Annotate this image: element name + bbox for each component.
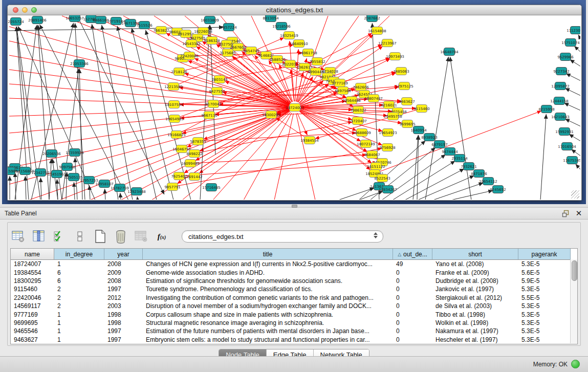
table-cell: 0	[393, 269, 432, 276]
float-panel-icon[interactable]	[561, 209, 570, 217]
network-node[interactable]: 16099489	[181, 160, 200, 167]
network-node[interactable]: 11675345	[563, 157, 580, 164]
table-selector-dropdown[interactable]: citations_edges.txt	[182, 230, 383, 243]
table-row[interactable]: 977716911998Corpus callosum shape and si…	[11, 310, 577, 318]
network-edge	[405, 169, 464, 200]
network-node[interactable]: 19218596	[272, 23, 291, 30]
network-node[interactable]: 20206536	[42, 150, 61, 158]
network-node[interactable]: 18107554	[165, 101, 183, 108]
column-header-out_de[interactable]: △out_de...	[393, 249, 432, 259]
network-window-titlebar[interactable]: citations_edges.txt	[8, 5, 581, 15]
network-node[interactable]: 17016504	[558, 143, 576, 150]
network-node[interactable]: 10653257	[66, 15, 84, 22]
split-divider[interactable]	[0, 204, 588, 208]
table-scrollbar[interactable]	[570, 259, 577, 343]
network-node[interactable]: 2803144	[211, 76, 228, 83]
network-node[interactable]: 7857224	[221, 24, 237, 31]
function-builder-icon[interactable]: f(x)	[154, 229, 169, 244]
network-node[interactable]: 12095872	[551, 82, 570, 90]
row-selector-icon[interactable]	[72, 229, 88, 244]
network-node[interactable]: 9115460	[413, 105, 429, 113]
new-column-icon[interactable]	[93, 229, 108, 244]
network-node[interactable]: 9857791	[164, 183, 180, 191]
network-node[interactable]: 16154808	[368, 27, 386, 35]
network-node[interactable]: 1640954	[410, 126, 427, 134]
column-header-name[interactable]: name	[11, 249, 54, 259]
network-node[interactable]: 2087682	[364, 15, 380, 22]
network-node[interactable]: 7515526	[136, 21, 153, 29]
node-label: 12095872	[551, 84, 570, 89]
table-row[interactable]: 946554611997Estimation of the future num…	[11, 327, 577, 335]
network-node[interactable]: 2718126	[171, 68, 187, 76]
close-panel-icon[interactable]: ✕	[575, 209, 583, 217]
network-canvas[interactable]: 1872400776638229860128891295418226058942…	[8, 15, 580, 200]
network-node[interactable]: 16640910	[290, 40, 308, 48]
column-header-year[interactable]: year	[104, 249, 143, 259]
network-node[interactable]: 19654983	[165, 115, 184, 123]
table-row[interactable]: 1872400712008Changes of HCN gene express…	[11, 260, 577, 268]
network-node[interactable]: 16210643	[551, 113, 570, 121]
network-node[interactable]: 16648784	[440, 48, 459, 56]
node-label: 1362615	[296, 65, 312, 70]
network-node[interactable]: 9245652	[490, 186, 506, 193]
network-node[interactable]: 19654923	[379, 129, 397, 137]
table-row[interactable]: 1938455462009Genome-wide association stu…	[11, 268, 577, 276]
delete-column-icon[interactable]	[113, 229, 128, 244]
network-node[interactable]: 10688609	[353, 129, 371, 137]
network-node[interactable]: 2055724	[8, 18, 24, 26]
network-node[interactable]: 9529966	[557, 53, 574, 61]
network-node[interactable]: 7485063	[393, 68, 409, 75]
column-header-pagerank[interactable]: pagerank	[518, 249, 571, 259]
table-row[interactable]: 969969511998Structural magnetic resonanc…	[11, 319, 577, 327]
network-node[interactable]: 16033809	[201, 16, 219, 24]
network-node[interactable]: 9463627	[399, 98, 415, 105]
network-node[interactable]: 10654112	[479, 178, 497, 185]
network-node[interactable]: 8667110	[201, 112, 217, 119]
network-node[interactable]: 8471876	[471, 170, 487, 178]
network-node[interactable]: 12213967	[378, 39, 397, 47]
table-cell: 6	[54, 277, 104, 285]
network-node[interactable]: 9699695	[399, 120, 415, 128]
scrollbar-thumb[interactable]	[572, 260, 577, 281]
table-row[interactable]: 911546021997Tourette syndrome. Phenomeno…	[11, 285, 577, 293]
network-node[interactable]: 15992931	[555, 128, 574, 136]
network-node[interactable]: 15720407	[349, 117, 367, 125]
network-node[interactable]: 15716485	[202, 184, 221, 191]
network-node[interactable]: 21053346	[70, 60, 89, 68]
network-node[interactable]: 16961758	[299, 49, 317, 57]
network-node[interactable]: 19384554	[300, 137, 319, 144]
table-row[interactable]: 2242004622012Investigating the contribut…	[11, 294, 577, 302]
column-checklist-icon[interactable]	[52, 229, 67, 244]
network-node[interactable]: 12975125	[395, 82, 413, 90]
network-node[interactable]: 20891406	[28, 16, 47, 24]
node-label: 18226058	[194, 30, 212, 34]
network-node[interactable]: 9756928	[379, 144, 395, 151]
table-row[interactable]: 1830029562008Estimation of significance …	[11, 277, 577, 285]
table-row[interactable]: 1456911722003Disruption of a novel membe…	[11, 302, 577, 310]
network-node[interactable]: 8215958	[538, 105, 554, 113]
network-node[interactable]: 10973493	[386, 53, 404, 60]
table-cell: 9699695	[11, 319, 54, 326]
node-label: 19654983	[165, 117, 184, 121]
network-node[interactable]: 9097588	[59, 163, 75, 171]
network-node[interactable]: 1691442	[186, 173, 202, 181]
network-edge	[137, 196, 138, 200]
column-header-short[interactable]: short	[432, 249, 518, 259]
table-cell: 2009	[104, 269, 143, 276]
network-node[interactable]: 11123055	[567, 27, 580, 34]
network-node[interactable]: 8813054	[263, 15, 279, 22]
column-header-in_degree[interactable]: in_degree	[54, 249, 104, 259]
node-label: 7857224	[221, 26, 237, 30]
delete-table-disabled-icon[interactable]	[134, 229, 149, 244]
network-node[interactable]: 12923448	[127, 188, 146, 195]
network-node[interactable]: 15751074	[561, 39, 580, 47]
table-mode-icon[interactable]	[11, 229, 26, 244]
node-label: 10958107	[95, 182, 114, 186]
column-header-title[interactable]: title	[143, 249, 393, 259]
column-visibility-icon[interactable]	[31, 229, 47, 244]
node-label: 12923448	[127, 190, 146, 194]
network-node[interactable]: 8427552	[209, 87, 225, 95]
resize-grip-icon[interactable]	[571, 190, 579, 199]
table-row[interactable]: 946362711997Embryonic stem cells: a mode…	[11, 336, 577, 344]
network-node[interactable]: 7462606	[353, 83, 369, 91]
